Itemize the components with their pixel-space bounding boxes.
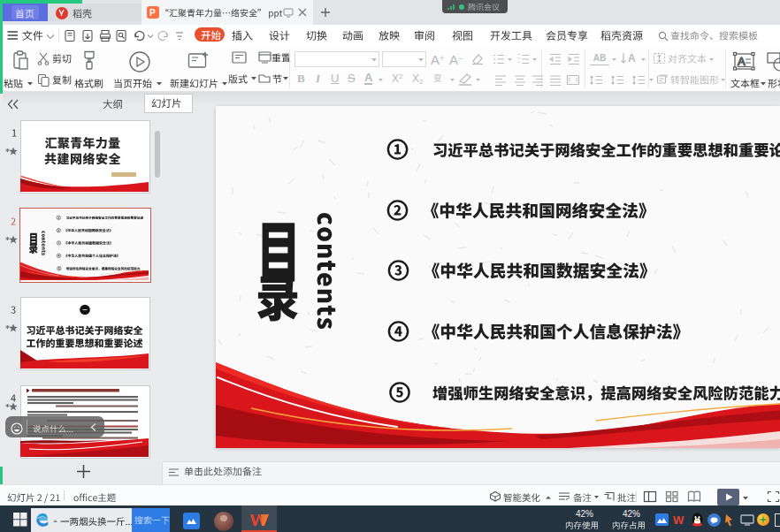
svg-text:A: A — [738, 55, 746, 68]
svg-text:A: A — [628, 52, 636, 65]
